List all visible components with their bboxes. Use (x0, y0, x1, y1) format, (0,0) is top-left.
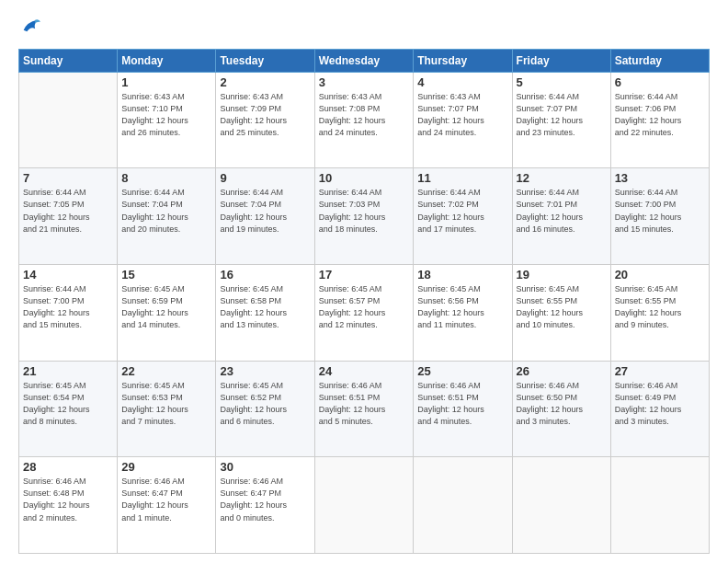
calendar-cell: 7Sunrise: 6:44 AMSunset: 7:05 PMDaylight… (19, 168, 118, 265)
day-info: Sunrise: 6:44 AMSunset: 7:00 PMDaylight:… (615, 187, 705, 235)
day-info: Sunrise: 6:46 AMSunset: 6:50 PMDaylight:… (517, 380, 607, 428)
calendar-cell: 11Sunrise: 6:44 AMSunset: 7:02 PMDayligh… (414, 168, 512, 265)
day-info: Sunrise: 6:45 AMSunset: 6:55 PMDaylight:… (517, 283, 607, 331)
day-number: 18 (417, 268, 507, 282)
calendar-cell: 16Sunrise: 6:45 AMSunset: 6:58 PMDayligh… (216, 265, 314, 362)
day-info: Sunrise: 6:43 AMSunset: 7:07 PMDaylight:… (417, 91, 507, 139)
day-info: Sunrise: 6:45 AMSunset: 6:55 PMDaylight:… (615, 283, 705, 331)
day-number: 5 (517, 75, 607, 89)
day-number: 2 (220, 75, 310, 89)
calendar-cell: 1Sunrise: 6:43 AMSunset: 7:10 PMDaylight… (118, 72, 216, 168)
calendar-cell (610, 457, 709, 554)
calendar-cell: 2Sunrise: 6:43 AMSunset: 7:09 PMDaylight… (216, 72, 314, 168)
calendar-cell: 25Sunrise: 6:46 AMSunset: 6:51 PMDayligh… (414, 361, 512, 457)
calendar-week-3: 14Sunrise: 6:44 AMSunset: 7:00 PMDayligh… (19, 265, 710, 362)
day-number: 30 (220, 460, 310, 474)
page: SundayMondayTuesdayWednesdayThursdayFrid… (0, 0, 728, 563)
day-number: 28 (23, 460, 113, 474)
weekday-header-thursday: Thursday (414, 49, 512, 72)
calendar-cell (512, 457, 610, 554)
calendar-cell: 13Sunrise: 6:44 AMSunset: 7:00 PMDayligh… (610, 168, 709, 265)
calendar-cell: 18Sunrise: 6:45 AMSunset: 6:56 PMDayligh… (414, 265, 512, 362)
day-number: 11 (417, 171, 507, 185)
day-number: 1 (121, 75, 211, 89)
day-info: Sunrise: 6:46 AMSunset: 6:51 PMDaylight:… (319, 380, 410, 428)
calendar-cell: 22Sunrise: 6:45 AMSunset: 6:53 PMDayligh… (118, 361, 216, 457)
day-info: Sunrise: 6:44 AMSunset: 7:00 PMDaylight:… (23, 283, 113, 331)
day-number: 9 (220, 171, 310, 185)
calendar-cell (314, 457, 414, 554)
day-info: Sunrise: 6:43 AMSunset: 7:08 PMDaylight:… (319, 91, 410, 139)
day-info: Sunrise: 6:44 AMSunset: 7:04 PMDaylight:… (220, 187, 310, 235)
day-info: Sunrise: 6:45 AMSunset: 6:58 PMDaylight:… (220, 283, 310, 331)
header (18, 17, 710, 41)
day-number: 25 (417, 364, 507, 378)
day-number: 29 (121, 460, 211, 474)
logo-text (18, 17, 40, 41)
day-number: 22 (121, 364, 211, 378)
weekday-header-row: SundayMondayTuesdayWednesdayThursdayFrid… (19, 49, 710, 72)
calendar-cell (414, 457, 512, 554)
calendar-cell: 20Sunrise: 6:45 AMSunset: 6:55 PMDayligh… (610, 265, 709, 362)
calendar-cell: 27Sunrise: 6:46 AMSunset: 6:49 PMDayligh… (610, 361, 709, 457)
day-number: 21 (23, 364, 113, 378)
day-info: Sunrise: 6:44 AMSunset: 7:04 PMDaylight:… (121, 187, 211, 235)
day-info: Sunrise: 6:45 AMSunset: 6:56 PMDaylight:… (417, 283, 507, 331)
calendar-cell: 28Sunrise: 6:46 AMSunset: 6:48 PMDayligh… (19, 457, 118, 554)
weekday-header-friday: Friday (512, 49, 610, 72)
day-number: 19 (517, 268, 607, 282)
day-number: 6 (615, 75, 705, 89)
calendar-cell (19, 72, 118, 168)
day-info: Sunrise: 6:43 AMSunset: 7:10 PMDaylight:… (121, 91, 211, 139)
day-number: 13 (615, 171, 705, 185)
day-number: 27 (615, 364, 705, 378)
day-info: Sunrise: 6:46 AMSunset: 6:49 PMDaylight:… (615, 380, 705, 428)
calendar-cell: 29Sunrise: 6:46 AMSunset: 6:47 PMDayligh… (118, 457, 216, 554)
logo (18, 17, 40, 41)
calendar-week-2: 7Sunrise: 6:44 AMSunset: 7:05 PMDaylight… (19, 168, 710, 265)
calendar-cell: 12Sunrise: 6:44 AMSunset: 7:01 PMDayligh… (512, 168, 610, 265)
calendar-cell: 19Sunrise: 6:45 AMSunset: 6:55 PMDayligh… (512, 265, 610, 362)
calendar-cell: 30Sunrise: 6:46 AMSunset: 6:47 PMDayligh… (216, 457, 314, 554)
day-number: 24 (319, 364, 410, 378)
day-info: Sunrise: 6:44 AMSunset: 7:07 PMDaylight:… (517, 91, 607, 139)
day-number: 12 (517, 171, 607, 185)
day-number: 17 (319, 268, 410, 282)
day-number: 10 (319, 171, 410, 185)
calendar-cell: 24Sunrise: 6:46 AMSunset: 6:51 PMDayligh… (314, 361, 414, 457)
weekday-header-sunday: Sunday (19, 49, 118, 72)
day-number: 4 (417, 75, 507, 89)
day-info: Sunrise: 6:44 AMSunset: 7:01 PMDaylight:… (517, 187, 607, 235)
day-info: Sunrise: 6:46 AMSunset: 6:47 PMDaylight:… (121, 476, 211, 523)
calendar-cell: 14Sunrise: 6:44 AMSunset: 7:00 PMDayligh… (19, 265, 118, 362)
calendar-cell: 23Sunrise: 6:45 AMSunset: 6:52 PMDayligh… (216, 361, 314, 457)
day-number: 16 (220, 268, 310, 282)
day-info: Sunrise: 6:44 AMSunset: 7:03 PMDaylight:… (319, 187, 410, 235)
day-info: Sunrise: 6:45 AMSunset: 6:52 PMDaylight:… (220, 380, 310, 428)
day-info: Sunrise: 6:46 AMSunset: 6:48 PMDaylight:… (23, 476, 113, 523)
day-number: 20 (615, 268, 705, 282)
calendar-cell: 3Sunrise: 6:43 AMSunset: 7:08 PMDaylight… (314, 72, 414, 168)
day-info: Sunrise: 6:43 AMSunset: 7:09 PMDaylight:… (220, 91, 310, 139)
day-info: Sunrise: 6:44 AMSunset: 7:06 PMDaylight:… (615, 91, 705, 139)
day-info: Sunrise: 6:45 AMSunset: 6:54 PMDaylight:… (23, 380, 113, 428)
day-number: 26 (517, 364, 607, 378)
day-number: 14 (23, 268, 113, 282)
day-info: Sunrise: 6:46 AMSunset: 6:47 PMDaylight:… (220, 476, 310, 523)
calendar-week-1: 1Sunrise: 6:43 AMSunset: 7:10 PMDaylight… (19, 72, 710, 168)
weekday-header-tuesday: Tuesday (216, 49, 314, 72)
day-info: Sunrise: 6:44 AMSunset: 7:02 PMDaylight:… (417, 187, 507, 235)
calendar-week-4: 21Sunrise: 6:45 AMSunset: 6:54 PMDayligh… (19, 361, 710, 457)
calendar-week-5: 28Sunrise: 6:46 AMSunset: 6:48 PMDayligh… (19, 457, 710, 554)
day-number: 3 (319, 75, 410, 89)
calendar-cell: 9Sunrise: 6:44 AMSunset: 7:04 PMDaylight… (216, 168, 314, 265)
day-info: Sunrise: 6:45 AMSunset: 6:57 PMDaylight:… (319, 283, 410, 331)
day-info: Sunrise: 6:46 AMSunset: 6:51 PMDaylight:… (417, 380, 507, 428)
weekday-header-monday: Monday (118, 49, 216, 72)
calendar-cell: 8Sunrise: 6:44 AMSunset: 7:04 PMDaylight… (118, 168, 216, 265)
logo-bird-icon (20, 17, 40, 37)
weekday-header-saturday: Saturday (610, 49, 709, 72)
day-number: 7 (23, 171, 113, 185)
weekday-header-wednesday: Wednesday (314, 49, 414, 72)
day-info: Sunrise: 6:45 AMSunset: 6:59 PMDaylight:… (121, 283, 211, 331)
